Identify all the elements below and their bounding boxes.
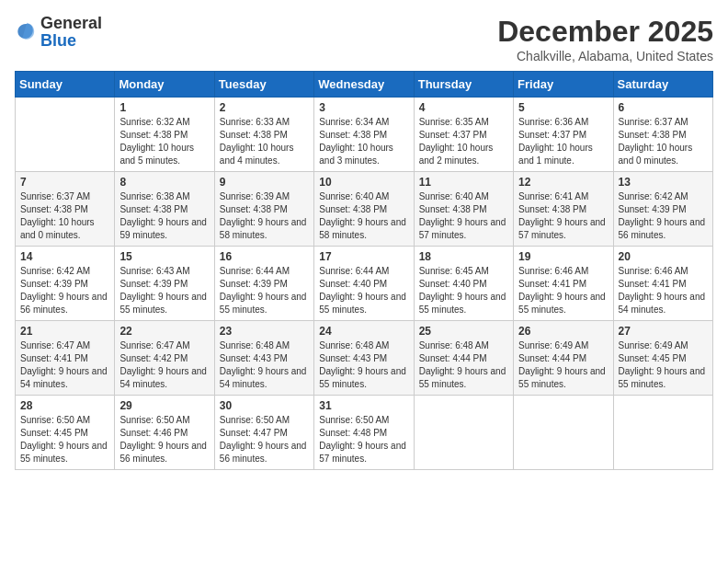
daylight-text: Daylight: 9 hours and 55 minutes. <box>619 366 706 389</box>
sunrise-text: Sunrise: 6:46 AM <box>518 266 588 276</box>
daylight-text: Daylight: 10 hours and 4 minutes. <box>220 143 294 166</box>
day-info: Sunrise: 6:37 AM Sunset: 4:38 PM Dayligh… <box>619 116 708 167</box>
day-number: 20 <box>619 250 708 263</box>
sunset-text: Sunset: 4:44 PM <box>518 353 586 363</box>
sunset-text: Sunset: 4:38 PM <box>119 130 188 140</box>
daylight-text: Daylight: 9 hours and 55 minutes. <box>419 292 506 315</box>
day-info: Sunrise: 6:49 AM Sunset: 4:45 PM Dayligh… <box>619 339 708 391</box>
daylight-text: Daylight: 9 hours and 55 minutes. <box>518 292 606 315</box>
title-block: December 2025 Chalkville, Alabama, Unite… <box>497 15 713 63</box>
sunset-text: Sunset: 4:44 PM <box>419 353 487 363</box>
day-number: 30 <box>220 399 309 412</box>
day-info: Sunrise: 6:48 AM Sunset: 4:44 PM Dayligh… <box>419 339 508 391</box>
location-title: Chalkville, Alabama, United States <box>497 49 713 63</box>
sunset-text: Sunset: 4:40 PM <box>319 279 387 289</box>
daylight-text: Daylight: 9 hours and 58 minutes. <box>319 217 406 240</box>
sunrise-text: Sunrise: 6:42 AM <box>20 266 90 276</box>
logo-text-block: General Blue <box>40 15 102 50</box>
weekday-header-monday: Monday <box>115 72 214 98</box>
day-info: Sunrise: 6:44 AM Sunset: 4:40 PM Dayligh… <box>319 265 408 316</box>
sunset-text: Sunset: 4:38 PM <box>220 204 288 214</box>
logo-general: General <box>40 14 102 32</box>
day-info: Sunrise: 6:49 AM Sunset: 4:44 PM Dayligh… <box>518 339 608 391</box>
weekday-header-saturday: Saturday <box>613 72 712 98</box>
day-info: Sunrise: 6:48 AM Sunset: 4:43 PM Dayligh… <box>220 339 309 391</box>
calendar-cell: 4 Sunrise: 6:35 AM Sunset: 4:37 PM Dayli… <box>414 98 513 172</box>
day-info: Sunrise: 6:42 AM Sunset: 4:39 PM Dayligh… <box>619 190 708 242</box>
day-number: 1 <box>119 101 209 114</box>
day-info: Sunrise: 6:37 AM Sunset: 4:38 PM Dayligh… <box>20 190 109 242</box>
sunrise-text: Sunrise: 6:50 AM <box>20 415 90 425</box>
calendar-cell: 14 Sunrise: 6:42 AM Sunset: 4:39 PM Dayl… <box>16 247 115 321</box>
daylight-text: Daylight: 10 hours and 1 minute. <box>518 143 593 166</box>
day-info: Sunrise: 6:50 AM Sunset: 4:47 PM Dayligh… <box>220 414 309 465</box>
day-info: Sunrise: 6:39 AM Sunset: 4:38 PM Dayligh… <box>220 190 309 242</box>
day-number: 14 <box>20 250 109 263</box>
day-info: Sunrise: 6:38 AM Sunset: 4:38 PM Dayligh… <box>119 190 209 242</box>
calendar-cell: 10 Sunrise: 6:40 AM Sunset: 4:38 PM Dayl… <box>314 172 414 247</box>
sunrise-text: Sunrise: 6:50 AM <box>220 415 290 425</box>
sunset-text: Sunset: 4:41 PM <box>619 279 687 289</box>
sunrise-text: Sunrise: 6:50 AM <box>319 415 389 425</box>
sunset-text: Sunset: 4:37 PM <box>518 130 586 140</box>
calendar-cell: 15 Sunrise: 6:43 AM Sunset: 4:39 PM Dayl… <box>115 247 214 321</box>
day-number: 17 <box>319 250 408 263</box>
sunrise-text: Sunrise: 6:34 AM <box>319 117 389 127</box>
logo: General Blue <box>15 15 102 50</box>
sunrise-text: Sunrise: 6:42 AM <box>619 191 688 201</box>
sunrise-text: Sunrise: 6:35 AM <box>419 117 489 127</box>
daylight-text: Daylight: 9 hours and 59 minutes. <box>119 217 207 240</box>
calendar-cell <box>613 396 712 470</box>
weekday-header-tuesday: Tuesday <box>214 72 313 98</box>
day-info: Sunrise: 6:47 AM Sunset: 4:41 PM Dayligh… <box>20 339 109 391</box>
day-number: 19 <box>518 250 608 263</box>
day-number: 21 <box>20 325 109 338</box>
sunset-text: Sunset: 4:41 PM <box>20 353 88 363</box>
daylight-text: Daylight: 9 hours and 55 minutes. <box>20 441 108 464</box>
sunset-text: Sunset: 4:47 PM <box>220 428 288 438</box>
calendar-cell: 13 Sunrise: 6:42 AM Sunset: 4:39 PM Dayl… <box>613 172 712 247</box>
daylight-text: Daylight: 10 hours and 0 minutes. <box>20 217 95 240</box>
day-info: Sunrise: 6:34 AM Sunset: 4:38 PM Dayligh… <box>319 116 408 167</box>
day-info: Sunrise: 6:44 AM Sunset: 4:39 PM Dayligh… <box>220 265 309 316</box>
sunset-text: Sunset: 4:43 PM <box>220 353 288 363</box>
day-number: 12 <box>518 176 608 189</box>
daylight-text: Daylight: 9 hours and 57 minutes. <box>419 217 506 240</box>
sunrise-text: Sunrise: 6:49 AM <box>619 340 688 350</box>
calendar-week-row: 1 Sunrise: 6:32 AM Sunset: 4:38 PM Dayli… <box>16 98 713 172</box>
daylight-text: Daylight: 9 hours and 55 minutes. <box>119 292 207 315</box>
daylight-text: Daylight: 9 hours and 54 minutes. <box>119 366 207 389</box>
daylight-text: Daylight: 9 hours and 55 minutes. <box>319 292 406 315</box>
sunrise-text: Sunrise: 6:40 AM <box>319 191 389 201</box>
day-info: Sunrise: 6:50 AM Sunset: 4:45 PM Dayligh… <box>20 414 109 465</box>
calendar-cell: 9 Sunrise: 6:39 AM Sunset: 4:38 PM Dayli… <box>214 172 313 247</box>
day-number: 31 <box>319 399 408 412</box>
sunrise-text: Sunrise: 6:48 AM <box>220 340 290 350</box>
day-number: 5 <box>518 101 608 114</box>
day-number: 13 <box>619 176 708 189</box>
calendar-week-row: 21 Sunrise: 6:47 AM Sunset: 4:41 PM Dayl… <box>16 321 713 396</box>
daylight-text: Daylight: 10 hours and 2 minutes. <box>419 143 494 166</box>
sunset-text: Sunset: 4:38 PM <box>20 204 88 214</box>
day-info: Sunrise: 6:50 AM Sunset: 4:46 PM Dayligh… <box>119 414 209 465</box>
calendar-cell <box>414 396 513 470</box>
day-number: 29 <box>119 399 209 412</box>
sunrise-text: Sunrise: 6:40 AM <box>419 191 489 201</box>
day-info: Sunrise: 6:40 AM Sunset: 4:38 PM Dayligh… <box>419 190 508 242</box>
day-number: 4 <box>419 101 508 114</box>
calendar-cell: 3 Sunrise: 6:34 AM Sunset: 4:38 PM Dayli… <box>314 98 414 172</box>
daylight-text: Daylight: 9 hours and 54 minutes. <box>220 366 307 389</box>
daylight-text: Daylight: 10 hours and 0 minutes. <box>619 143 693 166</box>
day-info: Sunrise: 6:40 AM Sunset: 4:38 PM Dayligh… <box>319 190 408 242</box>
day-number: 18 <box>419 250 508 263</box>
day-number: 10 <box>319 176 408 189</box>
calendar-cell: 17 Sunrise: 6:44 AM Sunset: 4:40 PM Dayl… <box>314 247 414 321</box>
day-number: 6 <box>619 101 708 114</box>
sunrise-text: Sunrise: 6:39 AM <box>220 191 290 201</box>
day-number: 2 <box>220 101 309 114</box>
calendar-cell: 2 Sunrise: 6:33 AM Sunset: 4:38 PM Dayli… <box>214 98 313 172</box>
daylight-text: Daylight: 9 hours and 55 minutes. <box>319 366 406 389</box>
calendar-cell: 28 Sunrise: 6:50 AM Sunset: 4:45 PM Dayl… <box>16 396 115 470</box>
sunrise-text: Sunrise: 6:44 AM <box>220 266 290 276</box>
calendar-cell: 18 Sunrise: 6:45 AM Sunset: 4:40 PM Dayl… <box>414 247 513 321</box>
